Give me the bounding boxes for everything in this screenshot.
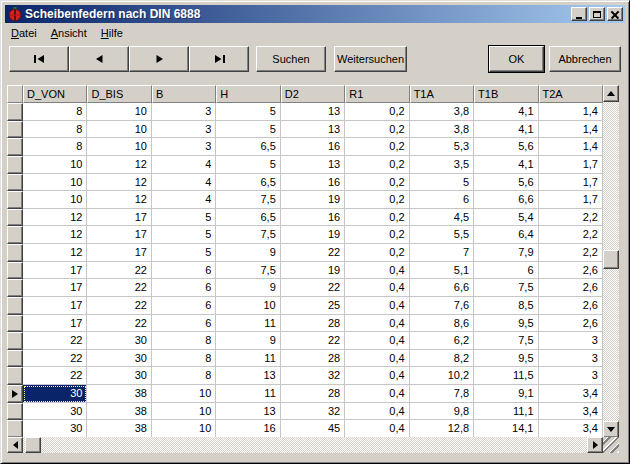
grid-cell[interactable]: 2,2 bbox=[539, 209, 603, 227]
grid-cell[interactable]: 14,1 bbox=[474, 420, 538, 438]
grid-cell[interactable]: 2,2 bbox=[539, 244, 603, 262]
grid-cell[interactable]: 16 bbox=[281, 174, 345, 192]
grid-cell[interactable]: 17 bbox=[23, 262, 87, 280]
grid-cell[interactable]: 22 bbox=[281, 279, 345, 297]
grid-cell[interactable]: 10 bbox=[152, 403, 216, 421]
grid-cell[interactable]: 2,6 bbox=[539, 262, 603, 280]
scroll-right-button[interactable] bbox=[587, 437, 603, 453]
grid-cell[interactable]: 22 bbox=[87, 279, 151, 297]
grid-cell[interactable]: 0,2 bbox=[345, 226, 409, 244]
grid-cell[interactable]: 12,8 bbox=[410, 420, 474, 438]
grid-cell[interactable]: 3 bbox=[152, 121, 216, 139]
row-selector[interactable] bbox=[7, 297, 23, 315]
maximize-button[interactable] bbox=[589, 7, 605, 21]
grid-cell[interactable]: 6 bbox=[152, 262, 216, 280]
grid-cell[interactable]: 3,4 bbox=[539, 385, 603, 403]
grid-cell[interactable]: 9,8 bbox=[410, 403, 474, 421]
grid-cell[interactable]: 10 bbox=[23, 156, 87, 174]
grid-cell[interactable]: 12 bbox=[23, 226, 87, 244]
row-selector[interactable] bbox=[7, 209, 23, 227]
grid-cell[interactable]: 11,1 bbox=[474, 403, 538, 421]
grid-cell[interactable]: 8 bbox=[23, 138, 87, 156]
row-selector[interactable] bbox=[7, 121, 23, 139]
grid-cell[interactable]: 17 bbox=[87, 209, 151, 227]
grid-cell[interactable]: 8 bbox=[23, 121, 87, 139]
grid-cell[interactable]: 28 bbox=[281, 385, 345, 403]
row-selector[interactable] bbox=[7, 138, 23, 156]
grid-cell[interactable]: 3 bbox=[539, 350, 603, 368]
grid-cell[interactable]: 7,5 bbox=[216, 191, 280, 209]
ok-button[interactable]: OK bbox=[489, 46, 544, 72]
grid-cell[interactable]: 6,5 bbox=[216, 174, 280, 192]
grid-cell[interactable]: 22 bbox=[23, 350, 87, 368]
grid-cell[interactable]: 4,1 bbox=[474, 103, 538, 121]
grid-cell[interactable]: 6 bbox=[410, 191, 474, 209]
grid-cell[interactable]: 22 bbox=[87, 315, 151, 333]
grid-cell[interactable]: 5,4 bbox=[474, 209, 538, 227]
grid-cell[interactable]: 38 bbox=[87, 385, 151, 403]
vertical-scroll-track[interactable] bbox=[603, 102, 619, 421]
grid-cell[interactable]: 1,4 bbox=[539, 138, 603, 156]
grid-cell[interactable]: 9,5 bbox=[474, 350, 538, 368]
minimize-button[interactable] bbox=[571, 7, 587, 21]
grid-cell[interactable]: 0,2 bbox=[345, 121, 409, 139]
grid-cell[interactable]: 0,4 bbox=[345, 385, 409, 403]
grid-cell[interactable]: 5 bbox=[152, 209, 216, 227]
grid-cell[interactable]: 5 bbox=[152, 244, 216, 262]
grid-cell[interactable]: 11,5 bbox=[474, 367, 538, 385]
grid-cell[interactable]: 30 bbox=[23, 420, 87, 438]
grid-cell[interactable]: 6,5 bbox=[216, 209, 280, 227]
search-next-button[interactable]: Weitersuchen bbox=[334, 46, 407, 72]
grid-cell[interactable]: 19 bbox=[281, 262, 345, 280]
grid-cell[interactable]: 3,5 bbox=[410, 156, 474, 174]
grid-cell[interactable]: 1,4 bbox=[539, 103, 603, 121]
grid-cell[interactable]: 7,5 bbox=[216, 262, 280, 280]
grid-cell[interactable]: 5,5 bbox=[410, 226, 474, 244]
grid-cell[interactable]: 13 bbox=[281, 121, 345, 139]
grid-cell[interactable]: 1,4 bbox=[539, 121, 603, 139]
grid-cell[interactable]: 1,7 bbox=[539, 191, 603, 209]
grid-cell[interactable]: 8,6 bbox=[410, 315, 474, 333]
row-selector[interactable] bbox=[7, 367, 23, 385]
grid-cell[interactable]: 10 bbox=[87, 121, 151, 139]
grid-cell[interactable]: 10 bbox=[87, 138, 151, 156]
grid-cell[interactable]: 5,1 bbox=[410, 262, 474, 280]
grid-cell[interactable]: 4 bbox=[152, 174, 216, 192]
grid-cell[interactable]: 8,5 bbox=[474, 297, 538, 315]
grid-cell[interactable]: 5,3 bbox=[410, 138, 474, 156]
row-selector[interactable] bbox=[7, 191, 23, 209]
grid-cell[interactable]: 5,6 bbox=[474, 174, 538, 192]
grid-cell[interactable]: 10 bbox=[152, 385, 216, 403]
grid-cell[interactable]: 3,4 bbox=[539, 420, 603, 438]
grid-cell[interactable]: 38 bbox=[87, 420, 151, 438]
row-selector[interactable] bbox=[7, 226, 23, 244]
row-selector[interactable] bbox=[7, 315, 23, 333]
grid-cell[interactable]: 6,6 bbox=[474, 191, 538, 209]
grid-cell[interactable]: 3,4 bbox=[539, 403, 603, 421]
grid-cell[interactable]: 30 bbox=[87, 367, 151, 385]
grid-cell[interactable]: 13 bbox=[281, 156, 345, 174]
grid-cell[interactable]: 13 bbox=[216, 367, 280, 385]
grid-cell[interactable]: 3,8 bbox=[410, 103, 474, 121]
row-selector[interactable] bbox=[7, 420, 23, 438]
grid-cell[interactable]: 0,2 bbox=[345, 103, 409, 121]
grid-cell[interactable]: 2,6 bbox=[539, 279, 603, 297]
grid-cell[interactable]: 22 bbox=[281, 332, 345, 350]
search-button[interactable]: Suchen bbox=[256, 46, 326, 72]
grid-cell[interactable]: 2,6 bbox=[539, 297, 603, 315]
grid-cell[interactable]: 22 bbox=[23, 332, 87, 350]
grid-cell[interactable]: 38 bbox=[87, 403, 151, 421]
row-selector[interactable] bbox=[7, 403, 23, 421]
seek-last-record-button[interactable] bbox=[189, 46, 249, 72]
vertical-scroll-thumb[interactable] bbox=[603, 250, 619, 269]
column-header-t1a[interactable]: T1A bbox=[410, 85, 474, 103]
grid-cell[interactable]: 0,4 bbox=[345, 420, 409, 438]
grid-cell[interactable]: 6 bbox=[152, 315, 216, 333]
grid-cell[interactable]: 12 bbox=[87, 191, 151, 209]
column-header-d2[interactable]: D2 bbox=[281, 85, 345, 103]
grid-cell[interactable]: 45 bbox=[281, 420, 345, 438]
grid-cell[interactable]: 0,4 bbox=[345, 367, 409, 385]
grid-cell[interactable]: 17 bbox=[87, 226, 151, 244]
grid-cell[interactable]: 0,4 bbox=[345, 315, 409, 333]
row-selector[interactable] bbox=[7, 244, 23, 262]
